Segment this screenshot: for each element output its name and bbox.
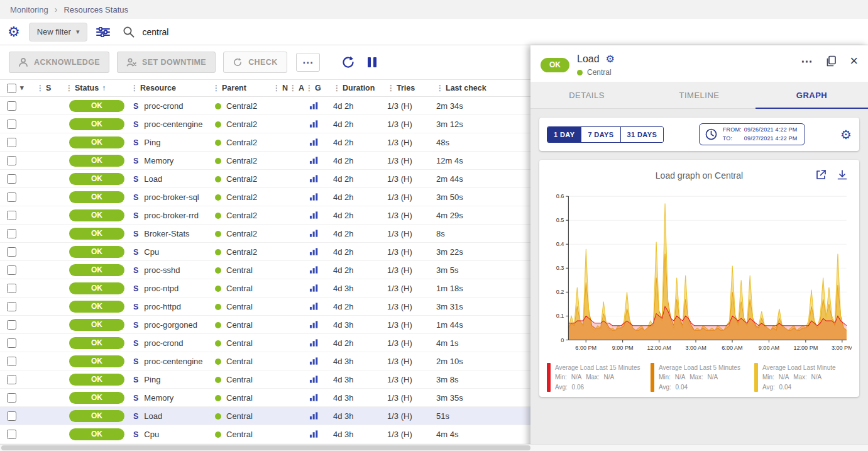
graph-icon[interactable] bbox=[309, 192, 319, 201]
parent-name[interactable]: Central2 bbox=[226, 101, 257, 111]
resource-name[interactable]: Cpu bbox=[144, 247, 159, 257]
row-checkbox[interactable] bbox=[7, 265, 16, 275]
resource-name[interactable]: Cpu bbox=[144, 430, 159, 439]
parent-name[interactable]: Central2 bbox=[226, 211, 257, 220]
graph-icon[interactable] bbox=[309, 265, 319, 274]
graph-icon[interactable] bbox=[309, 211, 319, 220]
new-filter-dropdown[interactable]: New filter ▾ bbox=[29, 23, 88, 42]
resource-config-gear-icon[interactable]: ⚙ bbox=[606, 53, 615, 65]
parent-name[interactable]: Central2 bbox=[226, 247, 257, 257]
table-row[interactable]: OK SBroker-Stats Central2 4d 2h 1/3 (H) … bbox=[0, 225, 569, 243]
custom-range-selector[interactable]: FROM:09/26/2021 4:22 PM TO:09/27/2021 4:… bbox=[699, 123, 806, 145]
parent-name[interactable]: Central bbox=[226, 357, 253, 366]
graph-icon[interactable] bbox=[309, 302, 319, 311]
row-checkbox[interactable] bbox=[7, 430, 16, 439]
row-checkbox[interactable] bbox=[7, 174, 16, 184]
table-row[interactable]: OK SMemory Central 4d 3h 1/3 (H) 3m 35s bbox=[0, 389, 569, 407]
parent-name[interactable]: Central bbox=[226, 338, 253, 348]
column-menu-icon[interactable]: ⋮ bbox=[333, 84, 341, 92]
range-to-value[interactable]: 09/27/2021 4:22 PM bbox=[744, 135, 798, 142]
close-icon[interactable]: × bbox=[850, 54, 858, 68]
resource-name[interactable]: Ping bbox=[144, 138, 160, 147]
table-row[interactable]: OK SPing Central 4d 3h 1/3 (H) 3m 8s bbox=[0, 370, 569, 389]
row-checkbox[interactable] bbox=[7, 284, 16, 293]
copy-link-icon[interactable] bbox=[825, 55, 837, 67]
graph-icon[interactable] bbox=[309, 174, 319, 183]
graph-icon[interactable] bbox=[309, 320, 319, 329]
row-checkbox[interactable] bbox=[7, 156, 16, 165]
range-from-value[interactable]: 09/26/2021 4:22 PM bbox=[744, 126, 798, 133]
graph-icon[interactable] bbox=[309, 430, 319, 438]
resource-name[interactable]: proc-httpd bbox=[144, 302, 181, 311]
horizontal-scrollbar[interactable] bbox=[0, 444, 868, 451]
table-row[interactable]: OK Sproc-centengine Central2 4d 2h 1/3 (… bbox=[0, 115, 569, 133]
row-checkbox[interactable] bbox=[7, 338, 16, 348]
table-row[interactable]: OK Sproc-broker-sql Central2 4d 2h 1/3 (… bbox=[0, 188, 569, 206]
filter-settings-gear-icon[interactable]: ⚙ bbox=[8, 25, 20, 39]
table-row[interactable]: OK Sproc-gorgoned Central 4d 3h 1/3 (H) … bbox=[0, 316, 569, 334]
row-checkbox[interactable] bbox=[7, 247, 16, 257]
row-checkbox[interactable] bbox=[7, 120, 16, 129]
row-checkbox[interactable] bbox=[7, 393, 16, 403]
table-row[interactable]: OK Sproc-crond Central 4d 2h 1/3 (H) 4m … bbox=[0, 334, 569, 352]
resource-name[interactable]: proc-sshd bbox=[144, 265, 180, 275]
parent-name[interactable]: Central bbox=[226, 411, 253, 421]
table-row[interactable]: OK Sproc-ntpd Central 4d 3h 1/3 (H) 1m 1… bbox=[0, 279, 569, 298]
column-menu-icon[interactable]: ⋮ bbox=[305, 84, 313, 92]
row-checkbox[interactable] bbox=[7, 101, 16, 111]
resource-name[interactable]: proc-broker-rrd bbox=[144, 211, 199, 220]
graph-icon[interactable] bbox=[309, 247, 319, 256]
resource-name[interactable]: Memory bbox=[144, 393, 173, 403]
row-checkbox[interactable] bbox=[7, 320, 16, 330]
resource-name[interactable]: Load bbox=[144, 411, 162, 421]
breadcrumb-monitoring[interactable]: Monitoring bbox=[10, 5, 48, 14]
column-menu-icon[interactable]: ⋮ bbox=[387, 84, 395, 92]
graph-icon[interactable] bbox=[309, 156, 319, 165]
graph-settings-gear-icon[interactable]: ⚙ bbox=[840, 127, 852, 142]
parent-name[interactable]: Central2 bbox=[226, 192, 257, 202]
row-checkbox[interactable] bbox=[7, 357, 16, 366]
more-actions-button[interactable]: ⋯ bbox=[296, 53, 320, 72]
period-7-days-button[interactable]: 7 DAYS bbox=[581, 127, 620, 142]
table-row[interactable]: OK Sproc-sshd Central 4d 2h 1/3 (H) 3m 5… bbox=[0, 261, 569, 279]
row-checkbox[interactable] bbox=[7, 138, 16, 147]
parent-name[interactable]: Central2 bbox=[226, 138, 257, 147]
column-menu-icon[interactable]: ⋮ bbox=[289, 84, 297, 92]
table-row[interactable]: OK Sproc-crond Central2 4d 2h 1/3 (H) 2m… bbox=[0, 97, 569, 115]
table-row[interactable]: OK SLoad Central 4d 3h 1/3 (H) 51s bbox=[0, 407, 569, 425]
tune-filter-icon[interactable] bbox=[96, 27, 110, 37]
parent-name[interactable]: Central2 bbox=[226, 229, 257, 238]
resource-name[interactable]: Broker-Stats bbox=[144, 229, 189, 238]
tab-details[interactable]: DETAILS bbox=[530, 82, 643, 108]
resource-name[interactable]: proc-crond bbox=[144, 338, 183, 348]
graph-icon[interactable] bbox=[309, 138, 319, 147]
graph-icon[interactable] bbox=[309, 393, 319, 402]
graph-icon[interactable] bbox=[309, 120, 319, 128]
table-row[interactable]: OK SCpu Central 4d 3h 1/3 (H) 4m 4s bbox=[0, 425, 569, 443]
panel-more-icon[interactable]: ⋯ bbox=[801, 55, 813, 67]
column-menu-icon[interactable]: ⋮ bbox=[65, 84, 73, 92]
download-icon[interactable] bbox=[837, 169, 848, 181]
period-1-day-button[interactable]: 1 DAY bbox=[547, 127, 581, 142]
column-menu-icon[interactable]: ⋮ bbox=[131, 84, 138, 92]
parent-name[interactable]: Central bbox=[226, 302, 253, 311]
row-checkbox[interactable] bbox=[7, 192, 16, 202]
select-all-checkbox[interactable] bbox=[7, 84, 16, 93]
pause-autorefresh-button[interactable] bbox=[365, 55, 379, 70]
check-button[interactable]: CHECK bbox=[223, 52, 287, 73]
parent-name[interactable]: Central2 bbox=[226, 174, 257, 184]
graph-icon[interactable] bbox=[309, 375, 319, 384]
row-checkbox[interactable] bbox=[7, 411, 16, 421]
column-menu-icon[interactable]: ⋮ bbox=[436, 84, 444, 92]
parent-name[interactable]: Central bbox=[226, 265, 253, 275]
table-row[interactable]: OK Sproc-centengine Central 4d 3h 1/3 (H… bbox=[0, 352, 569, 370]
graph-icon[interactable] bbox=[309, 411, 319, 420]
resource-name[interactable]: proc-crond bbox=[144, 101, 183, 111]
parent-name[interactable]: Central2 bbox=[226, 120, 257, 129]
table-row[interactable]: OK SLoad Central2 4d 2h 1/3 (H) 2m 44s bbox=[0, 170, 569, 188]
table-row[interactable]: OK SPing Central2 4d 2h 1/3 (H) 48s bbox=[0, 133, 569, 152]
resource-name[interactable]: proc-centengine bbox=[144, 357, 202, 366]
select-options-caret-icon[interactable]: ▾ bbox=[20, 84, 24, 91]
parent-name[interactable]: Central bbox=[226, 375, 253, 384]
sort-asc-icon[interactable]: ↑ bbox=[102, 84, 106, 92]
